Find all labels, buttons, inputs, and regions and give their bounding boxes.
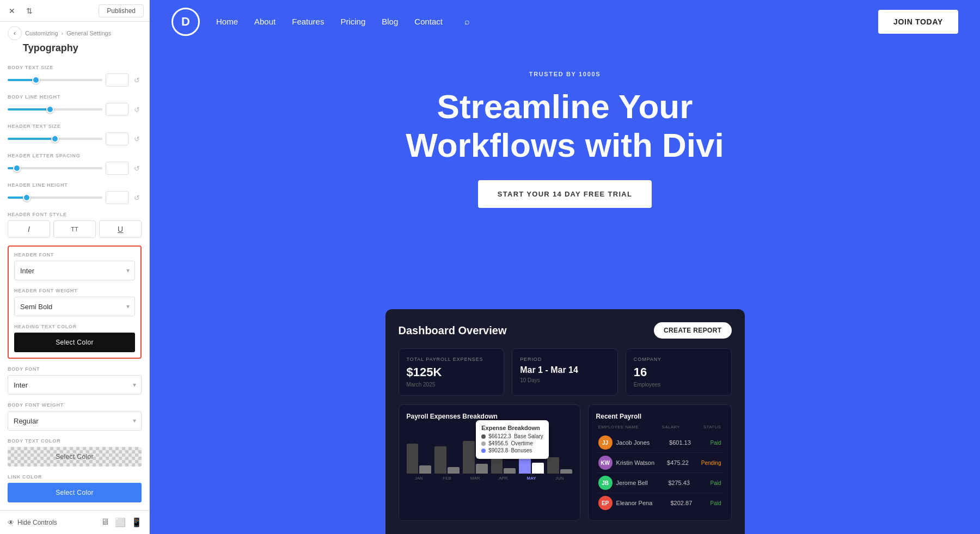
panel-title: Typography — [0, 40, 149, 60]
body-font-weight-section: BODY FONT WEIGHT Regular — [8, 402, 142, 431]
panel-footer: 👁 Hide Controls 🖥 ⬜ 📱 — [0, 510, 150, 534]
header-text-size-track[interactable] — [8, 138, 102, 140]
body-font-select[interactable]: Inter — [8, 375, 142, 395]
header-line-height-reset[interactable]: ↺ — [132, 194, 142, 202]
heading-text-color-button[interactable]: Select Color — [14, 333, 135, 352]
header-font-weight-select[interactable]: Semi Bold — [14, 297, 135, 316]
rp-row-2: JB Jerome Bell $275.43 Paid — [596, 473, 724, 493]
header-letter-spacing-label: HEADER LETTER SPACING — [8, 153, 142, 158]
rp-status-2: Paid — [710, 480, 721, 486]
tooltip-row-1: $4956.5 Overtime — [481, 440, 543, 446]
header-font-section: HEADER FONT Inter — [14, 252, 135, 280]
hero-trusted-label: TRUSTED BY 1000S — [529, 71, 601, 77]
header-font-weight-wrapper: Semi Bold — [14, 297, 135, 316]
tablet-icon[interactable]: ⬜ — [115, 517, 126, 527]
heading-text-color-section: HEADING TEXT COLOR Select Color — [14, 324, 135, 352]
bar-may-over — [532, 463, 544, 474]
hide-controls-label: Hide Controls — [17, 519, 57, 526]
dashboard-card: Dashboard Overview CREATE REPORT TOTAL P… — [385, 309, 745, 534]
header-line-height-track[interactable] — [8, 197, 102, 199]
chart-label-jan: JAN — [407, 476, 432, 481]
stat-company-label: COMPANY — [634, 357, 724, 362]
chart-label-mar: MAR — [463, 476, 488, 481]
body-line-height-label: BODY LINE HEIGHT — [8, 94, 142, 100]
payroll-breakdown-card: Payroll Expenses Breakdown Expense Break… — [399, 404, 580, 521]
body-line-height-track[interactable] — [8, 108, 102, 111]
body-text-color-button[interactable]: Select Color — [8, 447, 142, 467]
rp-status-1: Pending — [701, 460, 721, 466]
rp-row-1: KW Kristin Watson $475.22 Pending — [596, 453, 724, 473]
search-icon[interactable]: ⌕ — [464, 17, 470, 27]
breadcrumb-child: General Settings — [66, 30, 111, 36]
tooltip-label-0: Base Salary — [514, 433, 543, 439]
header-font-style-section: HEADER FONT STYLE I TT U — [8, 212, 142, 238]
body-font-wrapper: Inter — [8, 375, 142, 395]
header-letter-spacing-reset[interactable]: ↺ — [132, 164, 142, 173]
sort-icon[interactable]: ⇅ — [23, 4, 36, 17]
body-font-weight-select[interactable]: Regular — [8, 411, 142, 431]
body-text-size-track[interactable] — [8, 79, 102, 81]
device-icons: 🖥 ⬜ 📱 — [101, 517, 142, 527]
back-button[interactable]: ‹ — [8, 26, 22, 40]
avatar-3: EP — [598, 496, 612, 510]
join-button[interactable]: JOIN TODAY — [878, 10, 958, 34]
header-text-size-row: 30 ↺ — [8, 132, 142, 145]
italic-btn[interactable]: I — [8, 220, 50, 238]
tooltip-dot-1 — [481, 441, 486, 446]
create-report-button[interactable]: CREATE REPORT — [654, 322, 731, 339]
bar-feb-over — [448, 467, 460, 474]
nav-link-blog[interactable]: Blog — [382, 17, 398, 27]
tooltip-val-0: $66122.3 — [488, 433, 511, 439]
nav-link-pricing[interactable]: Pricing — [340, 17, 365, 27]
body-text-size-input[interactable]: 16 — [106, 73, 128, 87]
nav-link-home[interactable]: Home — [216, 17, 238, 27]
published-button[interactable]: Published — [99, 4, 144, 17]
header-letter-spacing-input[interactable]: 0 — [106, 162, 128, 175]
chart-area: Expense Breakdown $66122.3 Base Salary $… — [407, 425, 572, 479]
chart-label-jun: JUN — [547, 476, 572, 481]
bar-jun-base — [547, 457, 559, 474]
hero-cta-button[interactable]: START YOUR 14 DAY FREE TRIAL — [478, 180, 652, 208]
chart-label-feb: FEB — [434, 476, 460, 481]
hide-controls-toggle[interactable]: 👁 Hide Controls — [8, 519, 57, 526]
body-text-color-label: BODY TEXT COLOR — [8, 438, 142, 444]
link-color-button[interactable]: Select Color — [8, 483, 142, 502]
header-letter-spacing-track[interactable] — [8, 167, 102, 169]
header-text-size-reset[interactable]: ↺ — [132, 135, 142, 143]
header-line-height-input[interactable]: 1 — [106, 191, 128, 204]
rp-salary-0: $601.13 — [669, 439, 691, 446]
rp-columns: EMPLOYEE NAME SALARY STATUS — [596, 425, 724, 429]
body-text-size-label: BODY TEXT SIZE — [8, 65, 142, 70]
nav-link-contact[interactable]: Contact — [414, 17, 443, 27]
chart-label-apr: APR — [491, 476, 516, 481]
rp-row-0: JJ Jacob Jones $601.13 Paid — [596, 433, 724, 453]
link-color-section: LINK COLOR Select Color — [8, 474, 142, 502]
avatar-1: KW — [598, 456, 612, 470]
body-line-height-reset[interactable]: ↺ — [132, 106, 142, 114]
hero-headline-line2: Workflows with Divi — [406, 126, 724, 164]
mobile-icon[interactable]: 📱 — [131, 517, 142, 527]
dashboard-title: Dashboard Overview — [399, 324, 507, 337]
body-line-height-input[interactable]: 1.8 — [106, 103, 128, 116]
stat-total-payroll: TOTAL PAYROLL EXPENSES $125K March 2025 — [399, 348, 505, 396]
tt-btn[interactable]: TT — [53, 220, 96, 238]
header-font-select[interactable]: Inter — [14, 261, 135, 280]
rp-name-1: Kristin Watson — [616, 459, 655, 466]
nav-link-about[interactable]: About — [254, 17, 275, 27]
chart-label-may: MAY — [519, 476, 544, 481]
desktop-icon[interactable]: 🖥 — [101, 517, 109, 527]
nav-link-features[interactable]: Features — [292, 17, 324, 27]
rp-status-0: Paid — [710, 440, 721, 446]
breadcrumb-parent: Customizing — [25, 30, 58, 36]
chart-tooltip: Expense Breakdown $66122.3 Base Salary $… — [476, 420, 549, 459]
bar-jan — [407, 444, 432, 474]
rp-col-status: STATUS — [703, 425, 721, 429]
stat-period: PERIOD Mar 1 - Mar 14 10 Days — [512, 348, 618, 396]
underline-btn[interactable]: U — [99, 220, 142, 238]
header-text-size-input[interactable]: 30 — [106, 132, 128, 145]
close-icon[interactable]: ✕ — [5, 4, 19, 17]
body-text-size-reset[interactable]: ↺ — [132, 76, 142, 84]
bar-jan-base — [407, 444, 419, 474]
panel-topbar: ✕ ⇅ Published — [0, 0, 149, 22]
settings-panel: ✕ ⇅ Published ‹ Customizing › General Se… — [0, 0, 150, 534]
